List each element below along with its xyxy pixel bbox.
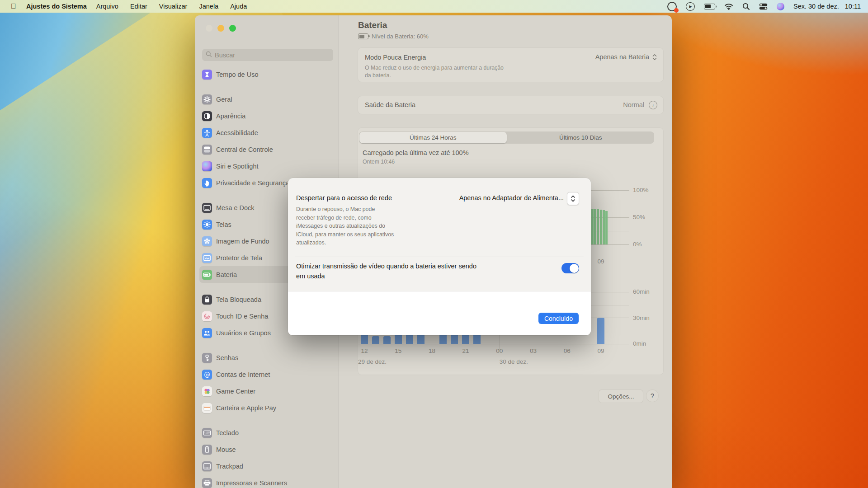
control-center-icon xyxy=(202,145,212,155)
sidebar-item-mouse[interactable]: Mouse xyxy=(199,441,335,458)
sidebar-item-teclado[interactable]: Teclado xyxy=(199,424,335,441)
sidebar-item-game-center[interactable]: Game Center xyxy=(199,383,335,399)
apple-menu-icon[interactable]:  xyxy=(11,2,16,10)
wifi-icon[interactable] xyxy=(724,3,733,10)
tab-last-10-days[interactable]: Últimos 10 Dias xyxy=(507,131,655,144)
info-icon[interactable]: i xyxy=(649,101,657,109)
sidebar-item-contas-de-internet[interactable]: @Contas de Internet xyxy=(199,366,335,383)
menu-arquivo[interactable]: Arquivo xyxy=(90,3,124,10)
battery-health-title: Saúde da Bateria xyxy=(365,101,415,108)
screen-time-xtick: 12 xyxy=(358,347,371,354)
sidebar-item-trackpad[interactable]: Trackpad xyxy=(199,458,335,474)
search-input[interactable]: Buscar xyxy=(202,49,333,61)
sidebar-item-impressoras-e-scanners[interactable]: Impressoras e Scanners xyxy=(199,474,335,488)
sidebar-item-label: Contas de Internet xyxy=(216,371,270,378)
menu-bar-clock[interactable]: 10:11 xyxy=(845,3,861,10)
sidebar-item-label: Telas xyxy=(216,221,231,228)
battery-health-card[interactable]: Saúde da Bateria Normal i xyxy=(358,96,664,114)
optimize-video-toggle[interactable] xyxy=(561,263,579,273)
desktop-dock-icon xyxy=(202,203,212,213)
sidebar-item-central-de-controle[interactable]: Central de Controle xyxy=(199,141,335,158)
done-button[interactable]: Concluído xyxy=(538,313,579,324)
svg-text:@: @ xyxy=(204,371,210,378)
sidebar-item-siri-e-spotlight[interactable]: Siri e Spotlight xyxy=(199,158,335,174)
options-button[interactable]: Opções... xyxy=(599,389,643,403)
menu-ajuda[interactable]: Ajuda xyxy=(224,3,253,10)
battery-level-label: Nível da Bateria: 60% xyxy=(372,33,429,40)
optimize-video-label: Otimizar transmissão de vídeo quando a b… xyxy=(296,261,476,281)
sidebar-item-label: Mouse xyxy=(216,446,236,453)
hand-icon xyxy=(202,178,212,188)
sidebar-item-label: Geral xyxy=(216,96,232,103)
spotlight-icon[interactable] xyxy=(742,3,750,10)
sidebar-item-label: Tela Bloqueada xyxy=(216,296,261,303)
recording-indicator-icon[interactable] xyxy=(667,2,677,11)
app-menu-title[interactable]: Ajustes do Sistema xyxy=(26,3,87,10)
zoom-button[interactable] xyxy=(229,25,236,32)
sidebar-item-label: Central de Controle xyxy=(216,146,273,153)
battery-health-value: Normal xyxy=(623,101,644,108)
sidebar-item-apar-ncia[interactable]: Aparência xyxy=(199,108,335,124)
screen-time-ytick: 0min xyxy=(633,340,646,347)
screensaver-icon xyxy=(202,253,212,263)
low-power-card: Modo Pouca Energia O Mac reduz o uso de … xyxy=(358,47,664,82)
game-center-icon xyxy=(202,386,212,396)
accessibility-icon xyxy=(202,128,212,138)
screen-time-xtick: 15 xyxy=(392,347,405,354)
sidebar-item-acessibilidade[interactable]: Acessibilidade xyxy=(199,124,335,141)
screen-time-xtick: 09 xyxy=(594,347,608,354)
last-charge-title: Carregado pela última vez até 100% xyxy=(363,149,469,156)
screen-time-xtick: 03 xyxy=(527,347,540,354)
sidebar-item-label: Siri e Spotlight xyxy=(216,163,259,170)
last-charge-subtitle: Ontem 10:46 xyxy=(363,159,395,165)
siri-icon[interactable] xyxy=(777,3,784,10)
sidebar-item-tempo-de-uso[interactable]: Tempo de Uso xyxy=(199,66,335,83)
fingerprint-icon xyxy=(202,311,212,321)
chevron-up-down-icon xyxy=(652,54,657,61)
at-icon: @ xyxy=(202,370,212,380)
playback-icon[interactable]: ▶ xyxy=(686,2,695,11)
battery-level-bar xyxy=(603,210,605,244)
menu-editar[interactable]: Editar xyxy=(124,3,153,10)
sidebar-item-senhas[interactable]: Senhas xyxy=(199,349,335,366)
battery-chart-ytick: 100% xyxy=(633,187,649,193)
sidebar-item-label: Carteira e Apple Pay xyxy=(216,404,276,412)
help-button[interactable]: ? xyxy=(646,389,659,402)
screen-time-xtick: 06 xyxy=(560,347,574,354)
users-icon xyxy=(202,328,212,338)
popup-stepper-button[interactable] xyxy=(567,192,579,205)
screen-time-ytick: 30min xyxy=(633,314,650,321)
tab-last-24-hours[interactable]: Últimas 24 Horas xyxy=(359,132,507,143)
mouse-icon xyxy=(202,445,212,455)
flower-icon xyxy=(202,236,212,246)
sidebar-item-label: Teclado xyxy=(216,429,239,436)
close-button[interactable] xyxy=(206,25,212,32)
sidebar-item-label: Mesa e Dock xyxy=(216,204,255,211)
sidebar-item-label: Imagem de Fundo xyxy=(216,238,269,245)
low-power-title: Modo Pouca Energia xyxy=(365,54,426,61)
menu-bar-date[interactable]: Sex. 30 de dez. xyxy=(793,3,839,10)
low-power-popup[interactable]: Apenas na Bateria xyxy=(595,53,657,61)
menu-janela[interactable]: Janela xyxy=(193,3,224,10)
sidebar-item-label: Touch ID e Senha xyxy=(216,313,268,320)
wake-for-network-title: Despertar para o acesso de rede xyxy=(296,194,392,202)
battery-status-icon[interactable] xyxy=(704,4,715,9)
dialog-footer: Concluído xyxy=(288,291,591,335)
sidebar-item-label: Protetor de Tela xyxy=(216,254,262,262)
low-power-description: O Mac reduz o uso de energia para aument… xyxy=(365,64,504,80)
control-center-icon[interactable] xyxy=(759,3,768,10)
menu-visualizar[interactable]: Visualizar xyxy=(153,3,193,10)
date-label: 29 de dez. xyxy=(358,358,387,365)
screen-time-bar xyxy=(383,336,391,344)
screen-time-bar xyxy=(372,336,379,344)
screen-time-xtick: 18 xyxy=(425,347,439,354)
sidebar-item-carteira-e-apple-pay[interactable]: Carteira e Apple Pay xyxy=(199,399,335,416)
history-range-tabs: Últimas 24 Horas Últimos 10 Dias xyxy=(359,131,654,144)
wake-for-network-popup-value[interactable]: Apenas no Adaptador de Alimenta... xyxy=(459,194,564,202)
sidebar-item-geral[interactable]: Geral xyxy=(199,91,335,108)
gear-icon xyxy=(202,94,212,104)
battery-level-icon xyxy=(358,33,368,39)
search-placeholder: Buscar xyxy=(215,52,235,59)
minimize-button[interactable] xyxy=(217,25,224,32)
screen-time-gridline xyxy=(358,344,629,344)
